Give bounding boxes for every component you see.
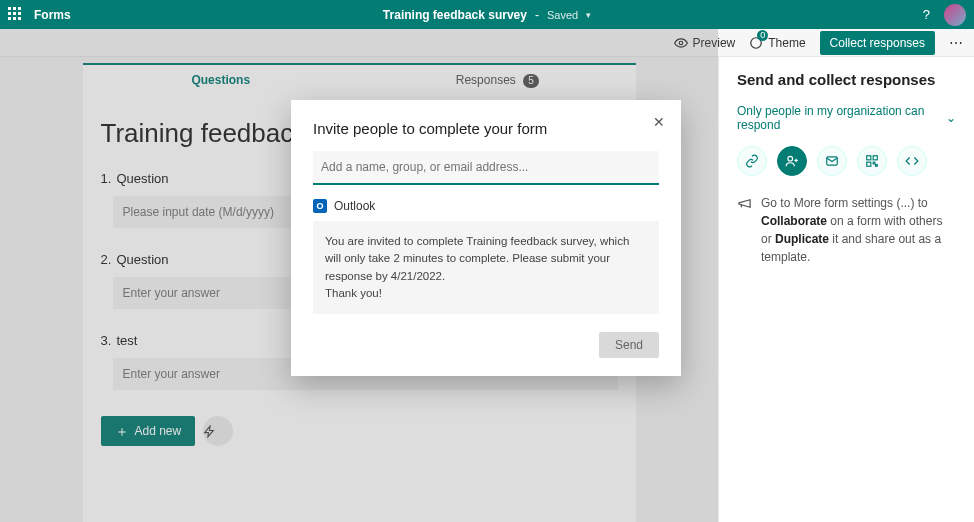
app-launcher-icon[interactable]: [8, 7, 24, 23]
embed-icon[interactable]: [897, 146, 927, 176]
app-header: Forms Training feedback survey - Saved ▾…: [0, 0, 974, 29]
svg-rect-6: [867, 156, 871, 160]
outlook-row[interactable]: O Outlook: [313, 199, 659, 213]
document-title[interactable]: Training feedback survey: [383, 8, 527, 22]
document-title-group: Training feedback survey - Saved ▾: [383, 8, 591, 22]
invite-people-icon[interactable]: [777, 146, 807, 176]
theme-badge: 0: [757, 30, 768, 41]
help-icon[interactable]: ?: [923, 7, 930, 22]
svg-rect-10: [876, 165, 878, 167]
modal-title: Invite people to complete your form: [313, 120, 659, 137]
theme-label: Theme: [768, 36, 805, 50]
invite-modal: ✕ Invite people to complete your form O …: [291, 100, 681, 376]
outlook-icon: O: [313, 199, 327, 213]
avatar[interactable]: [944, 4, 966, 26]
chevron-down-icon[interactable]: ▾: [586, 10, 591, 20]
close-icon[interactable]: ✕: [653, 114, 665, 130]
right-panel: Send and collect responses Only people i…: [718, 57, 974, 522]
qr-code-icon[interactable]: [857, 146, 887, 176]
theme-button[interactable]: 0 Theme: [749, 36, 805, 50]
svg-point-2: [788, 156, 793, 161]
palette-icon: 0: [749, 36, 763, 50]
chevron-down-icon: ⌄: [946, 111, 956, 125]
save-status: Saved: [547, 9, 578, 21]
tip-text: Go to More form settings (...) to Collab…: [761, 194, 956, 266]
app-name[interactable]: Forms: [34, 8, 71, 22]
invite-input[interactable]: [313, 151, 659, 185]
share-mode-icons: [737, 146, 956, 176]
email-icon[interactable]: [817, 146, 847, 176]
invite-message[interactable]: You are invited to complete Training fee…: [313, 221, 659, 314]
access-dropdown[interactable]: Only people in my organization can respo…: [737, 98, 956, 146]
collaborate-tip: Go to More form settings (...) to Collab…: [737, 194, 956, 266]
svg-rect-9: [873, 162, 875, 164]
access-label: Only people in my organization can respo…: [737, 104, 946, 132]
megaphone-icon: [737, 194, 753, 266]
right-panel-title: Send and collect responses: [737, 71, 956, 88]
link-icon[interactable]: [737, 146, 767, 176]
title-separator: -: [535, 8, 539, 22]
svg-rect-8: [867, 162, 871, 166]
svg-rect-7: [873, 156, 877, 160]
send-button[interactable]: Send: [599, 332, 659, 358]
collect-responses-button[interactable]: Collect responses: [820, 31, 935, 55]
more-icon[interactable]: ⋯: [949, 35, 964, 51]
outlook-label: Outlook: [334, 199, 375, 213]
